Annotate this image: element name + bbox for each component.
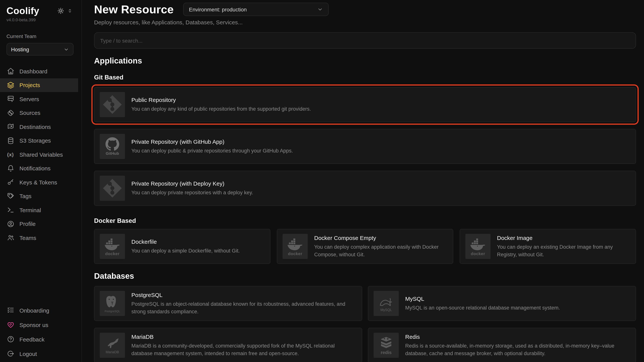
card-public-repository[interactable]: Public Repository You can deploy any kin… (94, 87, 636, 122)
git-branch-icon (6, 109, 14, 117)
git-icon (100, 92, 125, 117)
sidebar-item-projects[interactable]: Projects (0, 78, 78, 92)
sidebar-item-label: Terminal (20, 207, 41, 213)
sidebar-item-sponsor-us[interactable]: Sponsor us (0, 318, 82, 332)
card-title: Redis (405, 334, 630, 340)
sidebar-item-logout[interactable]: Logout (0, 347, 82, 361)
card-description: PostgreSQL is an object-relational datab… (132, 300, 356, 315)
sidebar-item-onboarding[interactable]: Onboarding (0, 303, 82, 318)
redis-icon: redis (374, 333, 399, 358)
layers-icon (6, 81, 14, 89)
chevrons-up-down-icon[interactable] (68, 8, 72, 13)
server-icon (6, 95, 14, 103)
variable-icon: (x) (6, 152, 14, 158)
sidebar-item-sources[interactable]: Sources (0, 106, 82, 120)
github-logo-caption: GitHub (106, 152, 119, 156)
mysql-logo-caption: MySQL (380, 308, 392, 312)
checklist-icon (6, 307, 14, 314)
card-description: MariaDB is a community-developed, commer… (132, 342, 356, 357)
card-title: Private Repository (with GitHub App) (132, 138, 293, 145)
sidebar-nav: Dashboard Projects Servers Sources Desti… (0, 64, 82, 245)
page-title: New Resource (94, 3, 174, 16)
sidebar-item-servers[interactable]: Servers (0, 92, 82, 106)
brand-logo: Coolify (6, 5, 39, 16)
user-circle-icon (6, 220, 14, 228)
card-redis[interactable]: redis Redis Redis is a source-available,… (368, 328, 636, 362)
sidebar-item-shared-variables[interactable]: (x) Shared Variables (0, 148, 82, 162)
docker-icon: docker (466, 234, 490, 259)
sidebar-item-keys-tokens[interactable]: Keys & Tokens (0, 175, 82, 189)
sidebar-item-dashboard[interactable]: Dashboard (0, 64, 82, 78)
sidebar-item-label: S3 Storages (20, 138, 51, 144)
card-mariadb[interactable]: MariaDB MariaDB MariaDB is a community-d… (94, 328, 362, 362)
card-title: Docker Image (497, 235, 630, 241)
card-title: Private Repository (with Deploy Key) (132, 180, 253, 186)
git-based-cards: Public Repository You can deploy any kin… (94, 87, 636, 206)
sidebar-item-s3-storages[interactable]: S3 Storages (0, 134, 82, 148)
card-docker-image[interactable]: docker Docker Image You can deploy an ex… (460, 229, 636, 264)
card-description: You can deploy a simple Dockerfile, with… (132, 247, 240, 254)
card-private-repository-github-app[interactable]: GitHub Private Repository (with GitHub A… (94, 129, 636, 164)
theme-sun-icon[interactable] (58, 7, 64, 14)
sidebar-item-label: Logout (20, 351, 37, 357)
map-icon (6, 123, 14, 131)
sidebar-item-terminal[interactable]: Terminal (0, 203, 82, 217)
docker-logo-caption: docker (288, 252, 302, 256)
key-icon (6, 179, 14, 186)
sidebar-item-teams[interactable]: Teams (0, 231, 82, 245)
home-icon (6, 67, 14, 75)
sidebar-item-label: Destinations (20, 124, 51, 130)
sidebar-item-label: Tags (20, 193, 32, 199)
card-description: MySQL is an open-source relational datab… (405, 304, 560, 311)
sidebar-item-label: Keys & Tokens (20, 179, 57, 185)
card-dockerfile[interactable]: docker Dockerfile You can deploy a simpl… (94, 229, 270, 264)
database-icon (6, 137, 14, 145)
sidebar-item-label: Feedback (20, 336, 44, 343)
sidebar-item-label: Projects (20, 82, 40, 88)
docker-icon: docker (100, 234, 125, 259)
sidebar-item-label: Sources (20, 110, 40, 116)
card-title: PostgreSQL (132, 292, 356, 298)
docker-logo-caption: docker (105, 252, 120, 256)
card-title: MariaDB (132, 334, 356, 340)
sidebar-item-label: Notifications (20, 165, 50, 172)
sidebar-item-label: Sponsor us (20, 322, 48, 328)
card-description: You can deploy an existing Docker Image … (497, 243, 630, 258)
card-description: Redis is a source-available, in-memory s… (405, 342, 630, 357)
card-title: Dockerfile (132, 238, 240, 245)
card-mysql[interactable]: MySQL MySQL MySQL is an open-source rela… (368, 286, 636, 321)
github-icon: GitHub (100, 134, 125, 159)
card-docker-compose-empty[interactable]: docker Docker Compose Empty You can depl… (277, 229, 453, 264)
tags-icon (6, 192, 14, 200)
current-team-label: Current Team (0, 22, 82, 39)
sidebar-item-destinations[interactable]: Destinations (0, 120, 82, 134)
team-select[interactable]: Hosting (6, 43, 74, 55)
environment-select[interactable]: Environment: production (183, 3, 329, 16)
git-based-heading: Git Based (94, 74, 636, 81)
docker-based-heading: Docker Based (94, 217, 636, 224)
sidebar-item-label: Servers (20, 96, 39, 102)
card-private-repository-deploy-key[interactable]: Private Repository (with Deploy Key) You… (94, 171, 636, 206)
mysql-icon: MySQL (374, 291, 399, 316)
postgresql-logo-caption: PostgreSQL (104, 310, 120, 313)
card-title: Public Repository (132, 96, 311, 103)
card-description: You can deploy public & private reposito… (132, 147, 293, 154)
git-icon (100, 176, 125, 201)
sidebar-footer: Onboarding Sponsor us Feedback Logout (0, 303, 82, 361)
terminal-icon (6, 206, 14, 214)
card-description: You can deploy private repositories with… (132, 189, 253, 196)
databases-heading: Databases (94, 272, 636, 281)
postgresql-icon: PostgreSQL (100, 291, 125, 316)
sidebar: Coolify v4.0.0-beta.399 Current Team Hos… (0, 0, 82, 362)
sidebar-item-profile[interactable]: Profile (0, 217, 82, 231)
sidebar-item-feedback[interactable]: Feedback (0, 332, 82, 347)
sidebar-item-notifications[interactable]: Notifications (0, 162, 82, 175)
card-description: You can deploy any kind of public reposi… (132, 105, 311, 113)
search-input[interactable] (94, 32, 636, 49)
card-postgresql[interactable]: PostgreSQL PostgreSQL PostgreSQL is an o… (94, 286, 362, 321)
chevron-down-icon (64, 47, 69, 52)
card-description: You can deploy complex application easil… (314, 243, 448, 258)
users-icon (6, 234, 14, 242)
sidebar-item-tags[interactable]: Tags (0, 189, 82, 203)
mariadb-icon: MariaDB (100, 333, 125, 358)
